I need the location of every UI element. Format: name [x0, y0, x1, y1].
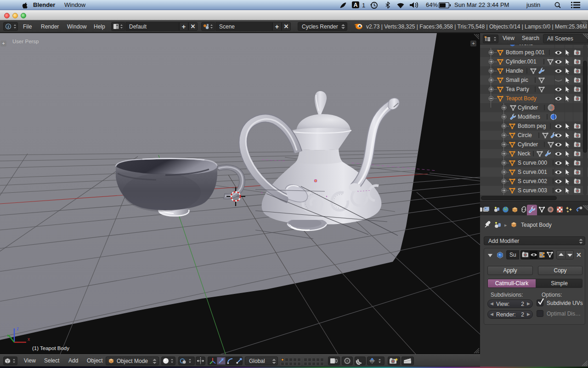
svg-text:+: + — [472, 40, 475, 46]
svg-text:z: z — [17, 326, 19, 331]
svg-text:1: 1 — [362, 2, 365, 9]
svg-text:(1) Teapot Body: (1) Teapot Body — [32, 345, 69, 351]
svg-text:x: x — [28, 337, 30, 342]
svg-text:A: A — [354, 2, 358, 8]
svg-text:+: + — [2, 40, 5, 46]
svg-text:User Persp: User Persp — [12, 39, 39, 44]
